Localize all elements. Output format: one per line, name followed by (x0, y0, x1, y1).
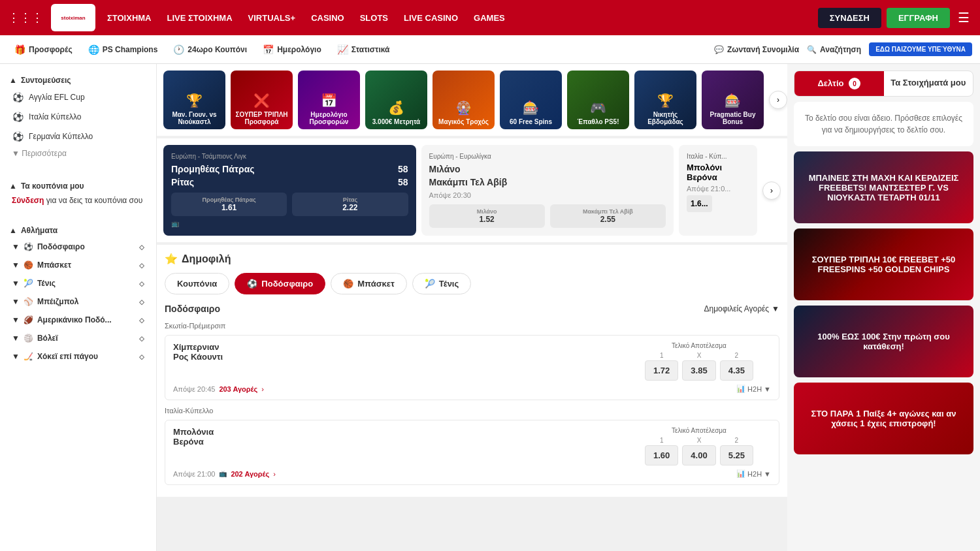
promo-banner-1[interactable]: ΜΠΑΙΝΕΙΣ ΣΤΗ ΜΑΧΗ ΚΑΙ ΚΕΡΔΙΖΕΙΣ FREEBETS… (794, 151, 973, 223)
live-matches-next-button[interactable]: › (762, 181, 781, 200)
nav-slots[interactable]: SLOTS (353, 9, 395, 27)
match1-markets-chevron[interactable]: › (261, 385, 264, 393)
sports-header[interactable]: ▲ Αθλήματα (9, 221, 147, 238)
match2-odd-2[interactable]: Μακάμπι Τελ Αβίβ 2.55 (550, 204, 666, 228)
match2-odd-1[interactable]: Μιλάνο 1.52 (429, 204, 545, 228)
match2-team2-name: Μακάμπι Τελ Αβίβ (429, 177, 508, 187)
match-team1-hibernian: Χίμπερνιαν (173, 342, 622, 352)
nav-right-actions: ΣΥΝΔΕΣΗ ΕΓΓΡΑΦΗ ☰ (818, 7, 972, 28)
match1-odd-btn-x[interactable]: 3.85 (682, 360, 715, 381)
promo-card-trick-treat[interactable]: 🎡 Μαγικός Τροχός (433, 71, 495, 129)
match2-h2h[interactable]: 📊 H2H ▼ (736, 469, 771, 478)
match2-markets-link[interactable]: 202 Αγορές (231, 470, 269, 478)
promo-card-ps-battles[interactable]: 🎮 Έπαθλο PS5! (567, 71, 629, 129)
match2-team2-row: Μακάμπι Τελ Αβίβ (429, 177, 666, 187)
my-bets-label: Τα Στοιχήματά μου (890, 78, 966, 87)
promo-card-offer[interactable]: 📅 Ημερολόγιο Προσφορών (298, 71, 360, 129)
tennis-icon: 🎾 (24, 279, 33, 288)
my-coupons-header[interactable]: ▲ Τα κουπόνια μου (9, 176, 147, 193)
metro-title: 3.000€ Μετρητά (372, 118, 421, 125)
promo-card-metro[interactable]: 💰 3.000€ Μετρητά (365, 71, 427, 129)
match3-odd-btn[interactable]: 1.6... (687, 195, 712, 212)
promo-card-pragmatic[interactable]: 🎰 Pragmatic Buy Bonus (702, 71, 764, 129)
tab-kouponia[interactable]: Κουπόνια (165, 273, 229, 294)
live-matches-next: › (762, 145, 781, 236)
basketball-chevron-down: ▼ (12, 260, 20, 270)
sidebar-tennis-header[interactable]: ▼ 🎾 Τένις ◇ (9, 274, 147, 292)
register-button[interactable]: ΕΓΓΡΑΦΗ (887, 8, 950, 28)
tab-football[interactable]: ⚽ Ποδόσφαιρο (235, 273, 325, 294)
nav-live-casino[interactable]: LIVE CASINO (397, 9, 465, 27)
24wro-item[interactable]: 🕐 24ωρο Κουπόνι (167, 40, 253, 59)
match2-odd-btn-1[interactable]: 1.60 (645, 445, 678, 465)
match2-odd-btn-2[interactable]: 5.25 (720, 445, 753, 465)
nav-casino[interactable]: CASINO (304, 9, 351, 27)
nav-virtuals[interactable]: VIRTUALS+ (242, 9, 302, 27)
promo-banner-3[interactable]: 100% ΕΩΣ 100€ Στην πρώτη σου κατάθεση! (794, 306, 973, 377)
match2-odd1-label: Μιλάνο (433, 208, 541, 215)
match1-markets-link[interactable]: 203 Αγορές (219, 385, 257, 393)
shortcuts-header[interactable]: ▲ Συντομεύσεις (9, 71, 147, 87)
login-button[interactable]: ΣΥΝΔΕΣΗ (818, 8, 881, 28)
nav-games[interactable]: GAMES (467, 9, 512, 27)
sidebar-volleyball-header[interactable]: ▼ 🏐 Βόλεϊ ◇ (9, 329, 147, 347)
tab-tennis[interactable]: 🎾 Τένις (412, 273, 471, 294)
match1-odd-1[interactable]: Προμηθέας Πάτρας 1.61 (171, 193, 287, 216)
statistika-item[interactable]: 📈 Στατιστικά (331, 40, 397, 59)
my-coupons-login-link[interactable]: Σύνδεση (12, 196, 44, 205)
match1-h2h[interactable]: 📊 H2H ▼ (736, 385, 771, 393)
sidebar-baseball-header[interactable]: ▼ ⚾ Μπέιζμπολ ◇ (9, 292, 147, 311)
ps-champions-item[interactable]: 🌐 PS Champions (82, 40, 165, 59)
hamburger-icon[interactable]: ☰ (955, 7, 972, 28)
carousel-next-button[interactable]: › (769, 91, 787, 109)
sidebar-football-header[interactable]: ▼ ⚽ Ποδόσφαιρο ◇ (9, 238, 147, 256)
sports-chevron-up: ▲ (9, 226, 17, 235)
sidebar-basketball-header[interactable]: ▼ 🏀 Μπάσκετ ◇ (9, 256, 147, 274)
sidebar-american-football-header[interactable]: ▼ 🏈 Αμερικάνικο Ποδό... ◇ (9, 311, 147, 329)
match1-team1-name: Προμηθέας Πάτρας (171, 164, 255, 174)
italy-cup-icon: ⚽ (12, 112, 24, 122)
responsible-gaming-button[interactable]: ΕΔΩ ΠΑΙΖΟΥΜΕ ΥΠΕΎΘΥΝΑ (869, 42, 972, 56)
promo-card-super-tripl[interactable]: ❌ ΣΟΥΠΕΡ ΤΡΙΠΛΗ Προσφορά (231, 71, 293, 129)
baseball-chevron-right: ◇ (139, 298, 144, 306)
nav-live-stoixima[interactable]: LIVE ΣΤΟΙΧΗΜΑ (161, 9, 239, 27)
sidebar-item-efl-cup[interactable]: ⚽ Αγγλία EFL Cup (9, 87, 147, 107)
imerologio-item[interactable]: 📅 Ημερολόγιο (256, 40, 328, 59)
tab-tennis-icon: 🎾 (425, 279, 435, 289)
live-chat-item[interactable]: 💬 Ζωντανή Συνομιλία (714, 45, 799, 54)
match1-team2-row: Ρίτας 58 (171, 177, 408, 187)
nav-stoixima[interactable]: ΣΤΟΙΧΗΜΑ (101, 9, 158, 27)
promo-card-free-spins[interactable]: 🎰 60 Free Spins (500, 71, 562, 129)
sidebar-item-germany-cup[interactable]: ⚽ Γερμανία Κύπελλο (9, 127, 147, 146)
match1-odd-btn-2[interactable]: 4.35 (720, 360, 753, 381)
promo-card-ps-champions[interactable]: 🏆 Μαν. Γιουν. vs Νιούκαστλ (163, 71, 225, 129)
match2-label-1: 1 (660, 437, 664, 444)
efl-cup-label: Αγγλία EFL Cup (29, 93, 144, 102)
match1-odd-2[interactable]: Ρίτας 2.22 (292, 193, 408, 216)
ps-champions-icon: 🌐 (88, 44, 99, 55)
search-item[interactable]: 🔍 Αναζήτηση (807, 45, 861, 54)
top-navigation: ⋮⋮⋮ stoiximan ΣΤΟΙΧΗΜΑ LIVE ΣΤΟΙΧΗΜΑ VIR… (0, 0, 980, 35)
shortcuts-more[interactable]: ▼ Περισσότερα (9, 146, 147, 163)
match2-odd-btn-x[interactable]: 4.00 (682, 445, 715, 465)
match2-markets-chevron[interactable]: › (273, 470, 276, 478)
right-panel: Δελτίο 0 Τα Στοιχήματά μου Το δελτίο σου… (787, 64, 980, 551)
match1-odd-btn-1[interactable]: 1.72 (645, 360, 678, 381)
24wro-icon: 🕐 (173, 44, 184, 55)
promo-banner-2[interactable]: ΣΟΥΠΕΡ ΤΡΙΠΛΗ 10€ FREEBET +50 FREESPINS … (794, 228, 973, 300)
sidebar-hockey-header[interactable]: ▼ 🏒 Χόκεϊ επί πάγου ◇ (9, 347, 147, 366)
site-logo[interactable]: stoiximan (51, 4, 95, 31)
sidebar-item-italy-cup[interactable]: ⚽ Ιταλία Κύπελλο (9, 107, 147, 127)
promo-banner-4[interactable]: ΣΤΟ ΠΑΡΑ 1 Παίξε 4+ αγώνες και αν χάσεις… (794, 383, 973, 454)
baseball-label: Μπέιζμπολ (37, 297, 79, 306)
prosfores-item[interactable]: 🎁 Προσφορές (8, 40, 79, 59)
match1-bottom: Απόψε 20:45 203 Αγορές › 📊 H2H ▼ (173, 385, 771, 393)
popular-markets-button[interactable]: Δημοφιλείς Αγορές ▼ (704, 304, 779, 313)
grid-icon[interactable]: ⋮⋮⋮ (8, 10, 43, 25)
betslip-tab-deltion[interactable]: Δελτίο 0 (794, 71, 884, 96)
nikitis-title: Νικητής Εβδομάδας (638, 111, 693, 125)
betslip-tab-my-bets[interactable]: Τα Στοιχήματά μου (884, 71, 973, 96)
popular-markets-label: Δημοφιλείς Αγορές (704, 304, 769, 313)
tab-basketball[interactable]: 🏀 Μπάσκετ (331, 273, 407, 294)
promo-card-nikitis[interactable]: 🏆 Νικητής Εβδομάδας (634, 71, 696, 129)
